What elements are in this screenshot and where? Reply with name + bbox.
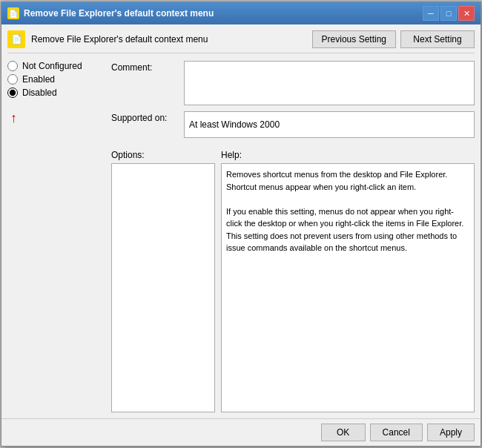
supported-value-box: At least Windows 2000 [184, 111, 475, 138]
apply-button[interactable]: Apply [427, 424, 475, 441]
radio-not-configured-input[interactable] [7, 61, 18, 71]
header-title-area: 📄 Remove File Explorer's default context… [7, 30, 208, 48]
bottom-panels: Options: Help: Removes shortcut menus fr… [111, 150, 475, 412]
supported-row: Supported on: At least Windows 2000 [111, 111, 475, 138]
next-setting-button[interactable]: Next Setting [400, 30, 475, 48]
header-title: Remove File Explorer's default context m… [31, 34, 208, 45]
radio-disabled-label: Disabled [22, 88, 57, 98]
header-buttons: Previous Setting Next Setting [312, 30, 475, 48]
radio-not-configured[interactable]: Not Configured [7, 61, 104, 71]
bottom-bar: OK Cancel Apply [1, 418, 481, 446]
help-section: Help: Removes shortcut menus from the de… [221, 150, 475, 412]
radio-not-configured-label: Not Configured [22, 61, 82, 71]
ok-button[interactable]: OK [321, 424, 366, 441]
options-section: Options: [111, 150, 215, 412]
help-section-label: Help: [221, 150, 475, 160]
header-icon: 📄 [7, 30, 25, 48]
header-row: 📄 Remove File Explorer's default context… [7, 30, 475, 53]
radio-enabled-label: Enabled [22, 74, 55, 85]
right-panel: Comment: Supported on: At least Windows … [111, 61, 475, 412]
options-section-label: Options: [111, 150, 215, 160]
options-box [111, 163, 215, 412]
close-button[interactable]: ✕ [458, 6, 475, 21]
title-bar-left: 📄 Remove File Explorer's default context… [7, 7, 214, 19]
comment-label: Comment: [111, 61, 178, 73]
maximize-button[interactable]: □ [440, 6, 457, 21]
previous-setting-button[interactable]: Previous Setting [312, 30, 396, 48]
radio-disabled-input[interactable] [7, 88, 18, 98]
left-panel: Not Configured Enabled Disabled ↑ [7, 61, 111, 412]
radio-group: Not Configured Enabled Disabled [7, 61, 104, 98]
window-title: Remove File Explorer's default context m… [24, 8, 214, 19]
radio-enabled-input[interactable] [7, 74, 18, 85]
minimize-button[interactable]: ─ [423, 6, 439, 21]
window-icon: 📄 [7, 7, 19, 19]
arrow-up-icon: ↑ [10, 111, 17, 125]
title-controls: ─ □ ✕ [423, 6, 475, 21]
main-window: 📄 Remove File Explorer's default context… [1, 1, 481, 447]
content-area: 📄 Remove File Explorer's default context… [1, 24, 481, 418]
help-text: Removes shortcut menus from the desktop … [226, 170, 463, 252]
cancel-button[interactable]: Cancel [370, 424, 423, 441]
comment-textarea[interactable] [184, 61, 475, 105]
supported-value: At least Windows 2000 [189, 119, 280, 130]
supported-label: Supported on: [111, 111, 178, 123]
radio-disabled[interactable]: Disabled [7, 88, 104, 98]
radio-enabled[interactable]: Enabled [7, 74, 104, 85]
help-box: Removes shortcut menus from the desktop … [221, 163, 475, 412]
main-body: Not Configured Enabled Disabled ↑ [7, 61, 475, 412]
arrow-indicator: ↑ [10, 111, 104, 125]
comment-row: Comment: [111, 61, 475, 105]
title-bar: 📄 Remove File Explorer's default context… [1, 2, 481, 24]
